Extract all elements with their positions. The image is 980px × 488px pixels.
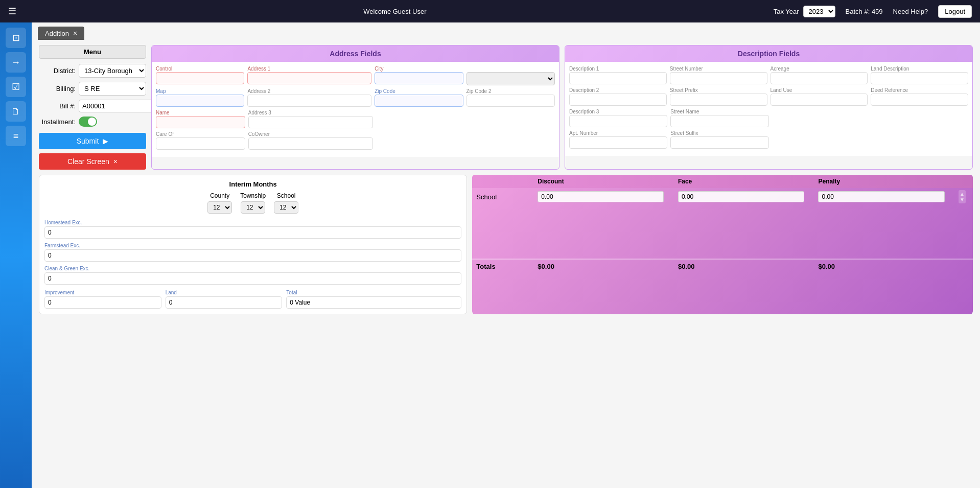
city-input[interactable]: [375, 72, 463, 84]
tax-table-spacer: [472, 205, 973, 257]
careof-label: Care Of: [156, 131, 245, 137]
improvement-input[interactable]: [44, 296, 161, 309]
sidebar: ⊡ → ☑ 🗋 ≡: [0, 22, 32, 488]
menu-header: Menu: [39, 45, 146, 59]
apt-number-input[interactable]: [569, 136, 667, 149]
sidebar-icon-dashboard[interactable]: ⊡: [6, 28, 26, 48]
submit-button[interactable]: Submit ▶: [39, 133, 146, 149]
logout-button[interactable]: Logout: [938, 5, 972, 18]
improvement-label: Improvement: [44, 290, 161, 295]
tax-year-section: Tax Year 2023 2022 2024: [774, 6, 835, 17]
farmstead-exc-label: Farmstead Exc.: [44, 243, 461, 248]
description-fields-header: Description Fields: [565, 45, 972, 62]
homestead-exc-field: Homestead Exc.: [44, 220, 461, 239]
farmstead-exc-input[interactable]: [44, 249, 461, 262]
acreage-label: Acreage: [771, 66, 868, 72]
clear-label: Clear Screen: [67, 157, 109, 166]
deed-reference-input[interactable]: [871, 94, 968, 106]
clean-green-exc-input[interactable]: [44, 272, 461, 285]
city-dropdown-select[interactable]: [466, 72, 555, 85]
map-input[interactable]: [156, 95, 244, 107]
desc2-field: Description 2: [569, 87, 667, 106]
tax-year-label: Tax Year: [774, 8, 799, 15]
control-input[interactable]: [156, 72, 244, 84]
county-months-select[interactable]: 12 1234 5678 91011: [207, 201, 232, 214]
sidebar-icon-arrow[interactable]: →: [6, 52, 26, 73]
desc3-input[interactable]: [569, 115, 667, 127]
coowner-input[interactable]: [248, 137, 374, 150]
land-use-input[interactable]: [771, 94, 868, 106]
help-text[interactable]: Need Help?: [893, 8, 928, 15]
street-name-input[interactable]: [670, 115, 768, 127]
land-input[interactable]: [166, 296, 283, 309]
school-row-label: School: [476, 193, 538, 201]
improvement-field: Improvement: [44, 290, 161, 309]
menu-hamburger-icon[interactable]: ☰: [8, 6, 16, 17]
school-face-input[interactable]: [678, 191, 804, 202]
content-area: Addition × Menu District: 13-City Boroug…: [32, 22, 980, 488]
address1-field: Address 1: [247, 66, 371, 85]
total-input[interactable]: [286, 296, 461, 309]
sidebar-icon-doc[interactable]: 🗋: [6, 101, 26, 122]
desc2-input[interactable]: [569, 94, 667, 106]
app-header: ☰ Welcome Guest User Tax Year 2023 2022 …: [0, 0, 980, 22]
tax-totals-row: Totals $0.00 $0.00 $0.00: [472, 259, 973, 273]
desc3-field: Description 3: [569, 109, 667, 127]
acreage-input[interactable]: [771, 72, 868, 84]
street-suffix-input[interactable]: [670, 136, 768, 149]
interim-header: Interim Months: [44, 180, 461, 188]
tax-year-select[interactable]: 2023 2022 2024: [803, 6, 835, 17]
city-dropdown-field: [466, 66, 555, 85]
address2-input[interactable]: [247, 95, 371, 107]
careof-input[interactable]: [156, 137, 245, 150]
city-field: City: [375, 66, 463, 85]
apt-number-label: Apt. Number: [569, 130, 667, 136]
address1-input[interactable]: [247, 72, 371, 84]
school-penalty-input[interactable]: [818, 191, 944, 202]
street-prefix-input[interactable]: [670, 94, 767, 106]
tab-addition[interactable]: Addition ×: [38, 27, 84, 40]
street-number-input[interactable]: [670, 72, 767, 84]
street-suffix-field: Street Suffix: [670, 130, 768, 149]
deed-reference-field: Deed Reference: [871, 87, 968, 106]
township-months-select[interactable]: 12: [241, 201, 265, 214]
installment-toggle[interactable]: [79, 117, 97, 127]
homestead-exc-input[interactable]: [44, 226, 461, 239]
tax-table-header: Discount Face Penalty: [472, 175, 973, 188]
interim-months-row: County 12 1234 5678 91011 Township: [44, 192, 461, 214]
billing-select[interactable]: S RE: [79, 82, 146, 96]
totals-penalty: $0.00: [818, 263, 959, 270]
zipcode2-input[interactable]: [466, 95, 555, 107]
tab-close-icon[interactable]: ×: [73, 29, 77, 37]
desc1-input[interactable]: [569, 72, 667, 84]
clear-icon: ×: [113, 157, 118, 166]
address3-input[interactable]: [248, 116, 374, 128]
address-row-3: Name Address 3: [156, 110, 555, 128]
street-number-field: Street Number: [670, 66, 767, 84]
school-discount-input[interactable]: [538, 191, 664, 202]
address-row-4: Care Of CoOwner: [156, 131, 555, 150]
desc1-field: Description 1: [569, 66, 667, 84]
apt-number-field: Apt. Number: [569, 130, 667, 149]
careof-field: Care Of: [156, 131, 245, 150]
land-description-input[interactable]: [871, 72, 968, 84]
zipcode-input[interactable]: [375, 95, 463, 107]
sidebar-icon-check[interactable]: ☑: [6, 77, 26, 97]
school-scrollbar[interactable]: ▲▼: [959, 190, 966, 203]
school-months-select[interactable]: 12: [274, 201, 298, 214]
clean-green-exc-label: Clean & Green Exc.: [44, 266, 461, 271]
bill-label: Bill #:: [39, 102, 76, 110]
totals-discount: $0.00: [538, 263, 678, 270]
left-panel: Menu District: 13-City Borough Billing: …: [39, 45, 146, 170]
clear-screen-button[interactable]: Clear Screen ×: [39, 153, 146, 170]
description-panel: Description Fields Description 1 Street …: [565, 45, 973, 170]
land-use-label: Land Use: [771, 87, 868, 93]
scroll-placeholder: [959, 178, 969, 185]
township-month-col: Township 12: [240, 192, 266, 214]
desc2-label: Description 2: [569, 87, 667, 93]
district-select[interactable]: 13-City Borough: [79, 64, 146, 78]
name-input[interactable]: [156, 116, 245, 128]
tax-header-empty: [476, 178, 538, 185]
land-label: Land: [166, 290, 283, 295]
sidebar-icon-list[interactable]: ≡: [6, 126, 26, 146]
